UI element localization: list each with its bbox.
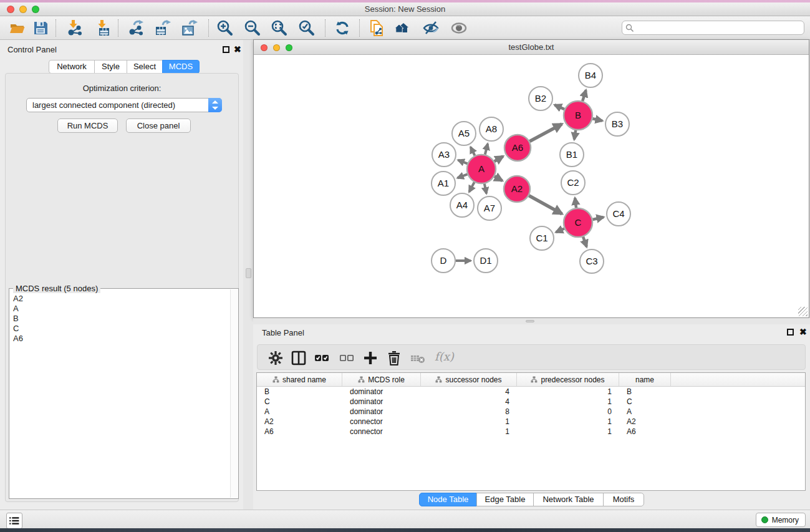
table-cell: C: [257, 397, 342, 407]
show-graphics-details-icon[interactable]: [450, 19, 468, 37]
columns-icon[interactable]: [291, 350, 307, 366]
graph-edge-A-A5[interactable]: [471, 147, 475, 156]
graph-edge-B-B1[interactable]: [574, 130, 576, 140]
table-cell: 1: [421, 427, 517, 437]
zoom-out-icon[interactable]: [244, 19, 261, 37]
splitter-grip[interactable]: [246, 268, 251, 278]
float-panel-icon[interactable]: [787, 329, 794, 336]
select-unchecked-icon[interactable]: [339, 350, 355, 366]
table-row[interactable]: Cdominator41C: [257, 397, 805, 407]
graph-edge-A2-C[interactable]: [529, 196, 562, 214]
column-header-predecessor-nodes[interactable]: predecessor nodes: [517, 373, 619, 386]
function-builder-icon[interactable]: f(x): [435, 350, 454, 363]
table-cell: A6: [257, 427, 342, 437]
graph-node-label-A6: A6: [512, 142, 523, 153]
hide-graphics-details-icon[interactable]: [422, 19, 440, 37]
mcds-result-item[interactable]: A6: [13, 334, 229, 344]
zoom-in-icon[interactable]: [216, 19, 234, 37]
graph-edge-A-A8[interactable]: [485, 143, 488, 154]
import-table-icon[interactable]: [95, 19, 112, 37]
graph-edge-C-C3[interactable]: [583, 237, 587, 247]
graph-edge-A-A3[interactable]: [458, 160, 468, 164]
float-panel-icon[interactable]: [223, 46, 229, 53]
zoom-fit-icon[interactable]: [271, 19, 288, 37]
network-canvas[interactable]: AA1A2A3A4A5A6A7A8BB1B2B3B4CC1C2C3C4DD1: [254, 55, 809, 317]
search-input[interactable]: [636, 22, 801, 34]
tab-network-table[interactable]: Network Table: [533, 493, 604, 506]
task-list-button[interactable]: [6, 513, 22, 529]
memory-button[interactable]: Memory: [756, 513, 806, 527]
graph-edge-A-A1[interactable]: [458, 174, 468, 178]
zoom-selected-icon[interactable]: [298, 19, 316, 37]
duplicate-network-icon[interactable]: [369, 19, 386, 37]
graph-edge-B-B4[interactable]: [582, 90, 586, 101]
result-scrollbar[interactable]: [230, 289, 238, 498]
graph-edge-A-A6[interactable]: [494, 157, 503, 162]
control-panel-title: Control Panel: [7, 45, 57, 54]
select-checked-icon[interactable]: [314, 350, 330, 366]
column-header-filler: [671, 373, 805, 386]
table-row[interactable]: A6connector11A6: [257, 427, 805, 437]
table-cell: dominator: [342, 407, 421, 417]
column-header-name[interactable]: name: [619, 373, 671, 386]
network-window-titlebar: testGlobe.txt: [254, 40, 809, 55]
network-graph[interactable]: AA1A2A3A4A5A6A7A8BB1B2B3B4CC1C2C3C4DD1: [254, 55, 809, 317]
graph-edge-B-B3[interactable]: [592, 118, 602, 120]
run-mcds-button[interactable]: Run MCDS: [57, 118, 118, 133]
graph-edge-C-C1[interactable]: [556, 228, 564, 232]
close-panel-button[interactable]: Close panel: [126, 118, 191, 133]
table-cell: A2: [257, 417, 342, 427]
table-row[interactable]: Bdominator41B: [257, 387, 805, 397]
export-network-icon[interactable]: [128, 19, 145, 37]
tab-mcds[interactable]: MCDS: [162, 60, 200, 74]
column-header-successor-nodes[interactable]: successor nodes: [421, 373, 517, 386]
delete-table-icon[interactable]: [410, 350, 426, 366]
table-cell: connector: [342, 417, 421, 427]
mcds-result-item[interactable]: B: [13, 314, 229, 324]
graph-edge-A-A4[interactable]: [469, 182, 474, 191]
mcds-result-item[interactable]: A: [13, 304, 229, 314]
save-session-icon[interactable]: [32, 19, 49, 37]
column-header-mcds-role[interactable]: MCDS role: [342, 373, 421, 386]
graph-node-label-B4: B4: [585, 70, 596, 80]
tab-style[interactable]: Style: [94, 60, 127, 74]
graph-edge-A-A2[interactable]: [494, 177, 503, 181]
splitter-grip[interactable]: [526, 320, 534, 322]
criterion-dropdown[interactable]: largest connected component (directed): [26, 98, 222, 112]
tree-column-icon: [358, 376, 365, 383]
tab-motifs[interactable]: Motifs: [603, 493, 644, 506]
table-row[interactable]: A2connector11A2: [257, 417, 805, 427]
column-header-shared-name[interactable]: shared name: [257, 373, 342, 386]
graph-node-label-C3: C3: [586, 256, 597, 266]
graph-edge-A6-B[interactable]: [529, 124, 562, 142]
panel-splitter-vertical[interactable]: [243, 40, 254, 510]
export-image-icon[interactable]: [181, 19, 198, 37]
mcds-result-item[interactable]: C: [13, 324, 229, 334]
tab-select[interactable]: Select: [127, 60, 163, 74]
open-session-icon[interactable]: [9, 19, 26, 37]
graph-edge-C-C2[interactable]: [575, 198, 576, 208]
add-column-icon[interactable]: [362, 350, 378, 366]
import-network-icon[interactable]: [66, 19, 84, 37]
gear-icon[interactable]: [268, 350, 284, 366]
graph-edge-C-C4[interactable]: [592, 217, 603, 220]
close-panel-icon[interactable]: ✖: [234, 46, 241, 53]
graph-node-label-A7: A7: [484, 203, 495, 213]
tab-network[interactable]: Network: [49, 60, 95, 74]
delete-column-icon[interactable]: [386, 350, 402, 366]
panel-splitter-horizontal[interactable]: [253, 318, 810, 324]
toolbar-separator: [118, 19, 118, 37]
mcds-result-item[interactable]: A2: [13, 294, 229, 304]
tab-node-table[interactable]: Node Table: [419, 493, 477, 506]
window-resize-grip[interactable]: [798, 307, 808, 316]
export-table-icon[interactable]: [154, 19, 171, 37]
table-row[interactable]: Adominator80A: [257, 407, 805, 417]
graph-edge-A-A7[interactable]: [485, 184, 486, 194]
refresh-icon[interactable]: [334, 19, 351, 37]
graph-node-label-B2: B2: [535, 93, 546, 104]
close-panel-icon[interactable]: ✖: [799, 329, 807, 336]
homes-icon[interactable]: [395, 19, 412, 37]
graph-node-label-C4: C4: [612, 208, 624, 219]
graph-edge-B-B2[interactable]: [554, 105, 564, 109]
tab-edge-table[interactable]: Edge Table: [476, 493, 534, 506]
